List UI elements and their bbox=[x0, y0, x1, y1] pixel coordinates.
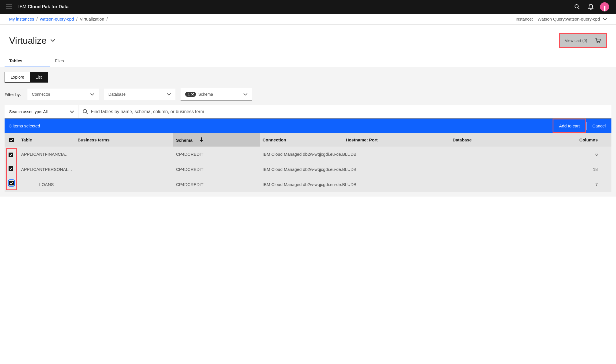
chevron-down-icon bbox=[167, 93, 171, 95]
view-cart-button[interactable]: View cart (0) bbox=[559, 33, 607, 48]
instance-label: Instance: bbox=[515, 17, 533, 21]
search-box bbox=[79, 105, 611, 118]
cart-icon bbox=[595, 38, 601, 43]
col-connection[interactable]: Connection bbox=[260, 133, 343, 147]
schema-count: 1 bbox=[188, 92, 190, 96]
tab-tables[interactable]: Tables bbox=[5, 55, 50, 67]
select-all-checkbox[interactable] bbox=[9, 138, 14, 142]
row-checkbox-focus bbox=[9, 180, 14, 186]
svg-line-10 bbox=[86, 113, 88, 114]
breadcrumb-sep: / bbox=[37, 17, 38, 21]
chevron-down-icon bbox=[51, 39, 55, 42]
view-toggle: Explore List bbox=[5, 72, 48, 83]
col-schema-label: Schema bbox=[176, 138, 193, 143]
table-row: LOANS CP4DCREDIT IBM Cloud Managed db2w-… bbox=[5, 177, 611, 192]
filter-connector[interactable]: Connector bbox=[27, 89, 99, 100]
cell-schema: CP4DCREDIT bbox=[173, 177, 260, 192]
row-checkbox[interactable] bbox=[9, 153, 13, 157]
filter-schema[interactable]: 1 Schema bbox=[181, 88, 252, 101]
filter-database[interactable]: Database bbox=[104, 89, 175, 100]
sort-down-icon bbox=[199, 137, 203, 142]
notifications-icon[interactable] bbox=[584, 0, 598, 14]
col-table[interactable]: Table bbox=[18, 133, 75, 147]
col-terms[interactable]: Business terms bbox=[75, 133, 173, 147]
col-hostport[interactable]: Hostname: Port bbox=[343, 133, 450, 147]
cell-table: LOANS bbox=[18, 177, 75, 192]
breadcrumb-sep: / bbox=[107, 17, 108, 21]
chevron-down-icon bbox=[90, 93, 94, 95]
cell-connection: IBM Cloud Managed db2w-wqjcgdi.eu-de.BLU… bbox=[260, 177, 520, 192]
cell-table: APPLICANTPERSONAL... bbox=[18, 162, 75, 177]
breadcrumb-sep: / bbox=[76, 17, 77, 21]
cell-table: APPLICANTFINANCIA... bbox=[18, 147, 75, 162]
cancel-button[interactable]: Cancel bbox=[587, 119, 611, 132]
row-checkbox[interactable] bbox=[9, 181, 14, 185]
cell-schema: CP4DCREDIT bbox=[173, 162, 260, 177]
titlebar: Virtualize View cart (0) bbox=[0, 25, 616, 55]
view-cart-label: View cart (0) bbox=[565, 38, 587, 43]
data-table: Table Business terms Schema Connection H… bbox=[5, 133, 611, 192]
avatar[interactable] bbox=[598, 0, 611, 14]
app-header: IBM Cloud Pak for Data bbox=[0, 0, 616, 14]
toggle-list[interactable]: List bbox=[30, 72, 47, 82]
asset-type-select[interactable]: Search asset type: All bbox=[5, 105, 79, 118]
col-database[interactable]: Database bbox=[450, 133, 520, 147]
table-row: APPLICANTFINANCIA... CP4DCREDIT IBM Clou… bbox=[5, 147, 611, 162]
breadcrumb-my-instances[interactable]: My instances bbox=[9, 17, 34, 21]
schema-filter-pill[interactable]: 1 bbox=[185, 92, 196, 97]
instance-select[interactable]: Watson Query:watson-query-cpd bbox=[537, 17, 607, 21]
svg-point-9 bbox=[83, 109, 87, 113]
search-input[interactable] bbox=[88, 105, 607, 118]
brand-title: IBM Cloud Pak for Data bbox=[18, 4, 69, 9]
brand-prefix: IBM bbox=[18, 4, 28, 9]
table-head: Table Business terms Schema Connection H… bbox=[5, 133, 611, 147]
checkbox-highlight bbox=[6, 148, 17, 190]
filter-area: Explore List Filter by: Connector Databa… bbox=[0, 67, 616, 197]
cell-schema: CP4DCREDIT bbox=[173, 147, 260, 162]
cell-cols: 7 bbox=[520, 177, 611, 192]
filter-connector-label: Connector bbox=[32, 92, 51, 97]
col-schema[interactable]: Schema bbox=[173, 133, 260, 147]
page-title: Virtualize bbox=[9, 35, 47, 46]
chevron-down-icon bbox=[70, 111, 74, 113]
selection-count: 3 items selected bbox=[5, 123, 553, 128]
hamburger-menu-icon[interactable] bbox=[5, 0, 18, 14]
title-dropdown[interactable] bbox=[51, 39, 55, 42]
add-to-cart-button[interactable]: Add to cart bbox=[553, 119, 587, 133]
svg-line-4 bbox=[578, 8, 579, 9]
breadcrumb-watson-query[interactable]: watson-query-cpd bbox=[40, 17, 74, 21]
table-row: APPLICANTPERSONAL... CP4DCREDIT IBM Clou… bbox=[5, 162, 611, 177]
asset-type-label: Search asset type: All bbox=[9, 109, 48, 114]
search-row: Search asset type: All bbox=[5, 105, 611, 119]
search-icon[interactable] bbox=[570, 0, 584, 14]
close-icon[interactable] bbox=[191, 93, 194, 95]
selection-bar: 3 items selected Add to cart Cancel bbox=[5, 119, 611, 133]
table-body: APPLICANTFINANCIA... CP4DCREDIT IBM Clou… bbox=[5, 147, 611, 192]
cell-cols: 6 bbox=[520, 147, 611, 162]
cell-terms bbox=[75, 147, 173, 162]
toggle-explore[interactable]: Explore bbox=[5, 72, 30, 82]
chevron-down-icon bbox=[243, 93, 247, 95]
subheader: My instances / watson-query-cpd / Virtua… bbox=[0, 14, 616, 25]
col-columns[interactable]: Columns bbox=[520, 133, 611, 147]
cell-connection: IBM Cloud Managed db2w-wqjcgdi.eu-de.BLU… bbox=[260, 162, 520, 177]
svg-point-6 bbox=[599, 42, 600, 43]
cell-terms bbox=[75, 162, 173, 177]
breadcrumb-current: Virtualization bbox=[80, 17, 104, 21]
cell-connection: IBM Cloud Managed db2w-wqjcgdi.eu-de.BLU… bbox=[260, 147, 520, 162]
filter-schema-label: Schema bbox=[198, 92, 213, 97]
tabs: Tables Files bbox=[0, 55, 616, 67]
search-icon bbox=[83, 109, 88, 114]
tab-files[interactable]: Files bbox=[50, 55, 96, 67]
breadcrumb: My instances / watson-query-cpd / Virtua… bbox=[9, 17, 108, 21]
cell-cols: 18 bbox=[520, 162, 611, 177]
chevron-down-icon bbox=[603, 18, 607, 20]
filter-row: Filter by: Connector Database 1 Schema bbox=[5, 88, 611, 101]
row-checkbox[interactable] bbox=[9, 166, 13, 171]
filter-database-label: Database bbox=[109, 92, 126, 97]
instance-value: Watson Query:watson-query-cpd bbox=[537, 17, 600, 21]
brand-name: Cloud Pak for Data bbox=[28, 4, 69, 9]
svg-point-5 bbox=[597, 42, 598, 43]
svg-point-3 bbox=[575, 5, 578, 8]
filter-label: Filter by: bbox=[5, 92, 21, 97]
